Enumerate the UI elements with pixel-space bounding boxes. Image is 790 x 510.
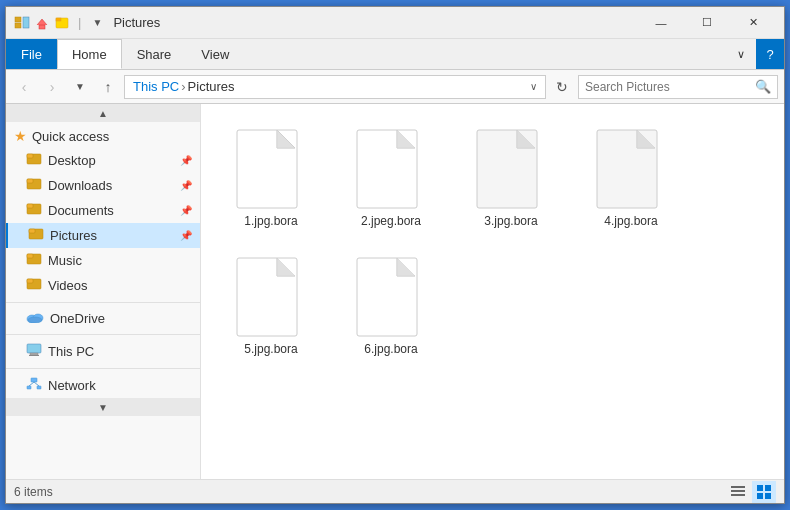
- quick-access-icon1[interactable]: [14, 15, 30, 31]
- window-controls: — ☐ ✕: [638, 7, 776, 39]
- sidebar-videos-label: Videos: [48, 278, 88, 293]
- tab-file[interactable]: File: [6, 39, 57, 69]
- svg-rect-41: [731, 486, 745, 488]
- sidebar-divider3: [6, 368, 200, 369]
- file-grid: 1.jpg.bora 2.jpeg.bora: [211, 114, 774, 370]
- sidebar-divider2: [6, 334, 200, 335]
- svg-rect-17: [27, 279, 33, 283]
- tile-view-button[interactable]: [752, 481, 776, 503]
- svg-rect-9: [27, 179, 33, 183]
- sidebar-music-label: Music: [48, 253, 82, 268]
- svg-rect-7: [27, 154, 33, 158]
- pin-icon-desktop: 📌: [180, 155, 192, 166]
- sidebar-thispc-label: This PC: [48, 344, 94, 359]
- sidebar-network-label: Network: [48, 378, 96, 393]
- title-separator: |: [78, 15, 81, 31]
- dropdown-recent-button[interactable]: ▼: [68, 75, 92, 99]
- sidebar-item-network[interactable]: Network: [6, 373, 200, 398]
- path-dropdown-icon[interactable]: ∨: [530, 81, 537, 92]
- sidebar-item-documents[interactable]: Documents 📌: [6, 198, 200, 223]
- sidebar-item-music[interactable]: Music: [6, 248, 200, 273]
- ribbon-chevron[interactable]: ∨: [726, 39, 756, 69]
- close-button[interactable]: ✕: [730, 7, 776, 39]
- back-button[interactable]: ‹: [12, 75, 36, 99]
- svg-rect-21: [27, 344, 41, 353]
- folder-desktop-icon: [26, 152, 42, 169]
- pin-icon-documents: 📌: [180, 205, 192, 216]
- sidebar: ▲ ★ Quick access Desktop 📌 Downloads 📌: [6, 104, 201, 479]
- file-icon-3: [475, 128, 547, 210]
- svg-rect-25: [27, 386, 31, 389]
- file-explorer-window: | ▼ Pictures — ☐ ✕ File Home Share View …: [5, 6, 785, 504]
- status-view-controls: [726, 481, 776, 503]
- list-view-button[interactable]: [726, 481, 750, 503]
- file-icon-1: [235, 128, 307, 210]
- file-item-5[interactable]: 5.jpg.bora: [216, 247, 326, 365]
- file-item-1[interactable]: 1.jpg.bora: [216, 119, 326, 237]
- sidebar-item-downloads[interactable]: Downloads 📌: [6, 173, 200, 198]
- path-pictures[interactable]: Pictures: [188, 79, 235, 94]
- file-name-5: 5.jpg.bora: [244, 342, 297, 356]
- item-count: 6 items: [14, 485, 53, 499]
- maximize-button[interactable]: ☐: [684, 7, 730, 39]
- up-button[interactable]: ↑: [96, 75, 120, 99]
- path-this-pc[interactable]: This PC: [133, 79, 179, 94]
- status-bar: 6 items: [6, 479, 784, 503]
- file-item-6[interactable]: 6.jpg.bora: [336, 247, 446, 365]
- file-item-2[interactable]: 2.jpeg.bora: [336, 119, 446, 237]
- refresh-button[interactable]: ↻: [550, 75, 574, 99]
- tab-home[interactable]: Home: [57, 39, 122, 69]
- file-icon-4: [595, 128, 667, 210]
- folder-videos-icon: [26, 277, 42, 294]
- folder-music-icon: [26, 252, 42, 269]
- svg-point-20: [28, 317, 42, 323]
- pin-icon-pictures: 📌: [180, 230, 192, 241]
- svg-rect-43: [731, 494, 745, 496]
- sidebar-item-thispc[interactable]: This PC: [6, 339, 200, 364]
- search-input[interactable]: [585, 80, 755, 94]
- file-name-2: 2.jpeg.bora: [361, 214, 421, 228]
- svg-rect-13: [29, 229, 35, 233]
- sidebar-scroll-down[interactable]: ▼: [6, 398, 200, 416]
- forward-button[interactable]: ›: [40, 75, 64, 99]
- address-path[interactable]: This PC › Pictures ∨: [124, 75, 546, 99]
- address-bar: ‹ › ▼ ↑ This PC › Pictures ∨ ↻ 🔍: [6, 70, 784, 104]
- search-box[interactable]: 🔍: [578, 75, 778, 99]
- sidebar-item-desktop[interactable]: Desktop 📌: [6, 148, 200, 173]
- sidebar-scroll-up[interactable]: ▲: [6, 104, 200, 122]
- quick-access-icon3[interactable]: [54, 15, 70, 31]
- star-icon: ★: [14, 128, 27, 144]
- sidebar-item-pictures[interactable]: Pictures 📌: [6, 223, 200, 248]
- minimize-button[interactable]: —: [638, 7, 684, 39]
- sidebar-item-videos[interactable]: Videos: [6, 273, 200, 298]
- quick-access-icon2[interactable]: [34, 15, 50, 31]
- file-item-3[interactable]: 3.jpg.bora: [456, 119, 566, 237]
- tab-view[interactable]: View: [186, 39, 244, 69]
- sidebar-onedrive-label: OneDrive: [50, 311, 105, 326]
- file-name-6: 6.jpg.bora: [364, 342, 417, 356]
- title-bar-icons: | ▼: [14, 15, 105, 31]
- dropdown-icon[interactable]: ▼: [89, 15, 105, 31]
- folder-documents-icon: [26, 202, 42, 219]
- sidebar-downloads-label: Downloads: [48, 178, 112, 193]
- svg-rect-1: [15, 23, 21, 28]
- file-name-3: 3.jpg.bora: [484, 214, 537, 228]
- svg-rect-22: [30, 353, 38, 355]
- window-title: Pictures: [113, 15, 638, 30]
- folder-downloads-icon: [26, 177, 42, 194]
- sidebar-quick-access[interactable]: ★ Quick access: [6, 122, 200, 148]
- svg-rect-15: [27, 254, 33, 258]
- file-content: 1.jpg.bora 2.jpeg.bora: [201, 104, 784, 479]
- sidebar-item-onedrive[interactable]: OneDrive: [6, 307, 200, 330]
- main-area: ▲ ★ Quick access Desktop 📌 Downloads 📌: [6, 104, 784, 479]
- svg-rect-5: [56, 18, 61, 21]
- file-item-4[interactable]: 4.jpg.bora: [576, 119, 686, 237]
- svg-rect-47: [765, 493, 771, 499]
- svg-rect-0: [15, 17, 21, 22]
- tab-share[interactable]: Share: [122, 39, 187, 69]
- file-name-4: 4.jpg.bora: [604, 214, 657, 228]
- quick-access-label: Quick access: [32, 129, 109, 144]
- ribbon-help[interactable]: ?: [756, 39, 784, 69]
- svg-rect-2: [23, 17, 29, 28]
- search-icon[interactable]: 🔍: [755, 79, 771, 94]
